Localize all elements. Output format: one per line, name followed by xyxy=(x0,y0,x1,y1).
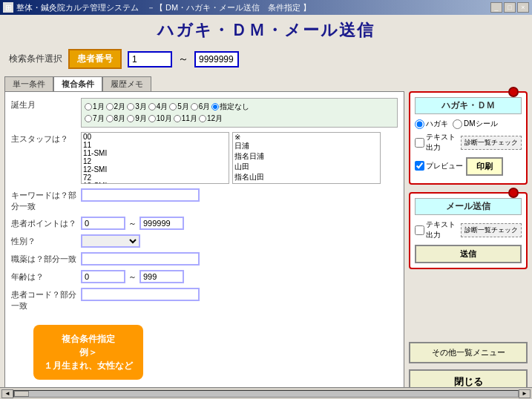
medicine-content xyxy=(81,252,398,266)
list-item[interactable]: ※ xyxy=(233,133,380,141)
staff-name-list[interactable]: ※ 日浦 指名日浦 山田 指名山田 茂木 指名茂木 元岡 xyxy=(232,132,381,184)
age-tilde: ～ xyxy=(128,271,137,283)
patient-code-row: 患者コード？部分一致 xyxy=(11,288,398,311)
gender-label: 性別？ xyxy=(11,234,78,247)
radio-7month[interactable]: 7月 xyxy=(85,113,105,124)
birth-month-content: 1月 2月 3月 4月 5月 6月 指定なし 7月 8月 9月 10 xyxy=(81,98,398,128)
mail-pin xyxy=(508,188,519,198)
tab-complex[interactable]: 複合条件 xyxy=(53,76,102,91)
tab-history[interactable]: 履歴メモ xyxy=(102,76,151,91)
main-staff-label: 主スタッフは？ xyxy=(11,132,78,145)
window-controls: _ □ × xyxy=(490,2,529,13)
radio-2month[interactable]: 2月 xyxy=(106,102,126,112)
medicine-input[interactable] xyxy=(81,252,200,266)
medicine-row: 職薬は？部分一致 xyxy=(11,252,398,266)
radio-9month[interactable]: 9月 xyxy=(127,113,147,124)
search-from-input[interactable] xyxy=(128,51,172,67)
callout-line3: １月生まれ、女性など xyxy=(44,359,133,372)
maximize-btn[interactable]: □ xyxy=(504,2,516,13)
scrollbar-track[interactable] xyxy=(13,390,519,398)
diagnosis-check-btn[interactable]: 診断一覧チェック xyxy=(461,136,522,150)
page-title: ハガキ・ＤＭ・メール送信 xyxy=(4,19,528,42)
list-item[interactable]: 72 xyxy=(82,174,229,182)
minimize-btn[interactable]: _ xyxy=(490,2,502,13)
radio-dm-seal[interactable]: DMシール xyxy=(453,119,498,129)
radio-6month[interactable]: 6月 xyxy=(191,102,211,112)
radio-10month[interactable]: 10月 xyxy=(148,113,172,124)
hagaki-card-title: ハガキ・ＤＭ xyxy=(415,97,522,114)
other-menu-btn[interactable]: その他一覧メニュー xyxy=(409,342,528,363)
window-title: 整体・鍼灸院カルテ管理システム －【 DM・ハガキ・メール送信 条件指定 】 xyxy=(16,2,311,13)
preview-checkbox[interactable]: プレビュー xyxy=(415,161,463,171)
point-to-input[interactable] xyxy=(139,217,184,230)
hagaki-card: ハガキ・ＤＭ ハガキ DMシール テキスト出力 診断一覧チェック xyxy=(409,91,528,185)
patient-code-label: 患者コード？部分一致 xyxy=(11,288,78,311)
radio-4month[interactable]: 4月 xyxy=(148,102,168,112)
age-content: ～ xyxy=(81,270,398,283)
age-to-input[interactable] xyxy=(139,270,184,283)
gender-row: 性別？ 男 女 xyxy=(11,234,398,248)
tab-single[interactable]: 単一条件 xyxy=(4,76,53,91)
callout-box: 複合条件指定 例＞ １月生まれ、女性など xyxy=(33,325,143,380)
text-output-checkbox[interactable]: テキスト出力 xyxy=(415,132,458,153)
mail-card-title: メール送信 xyxy=(415,198,522,215)
list-item[interactable]: 指名日浦 xyxy=(233,151,380,162)
patient-number-button[interactable]: 患者番号 xyxy=(68,49,122,69)
title-icon: ⊞ xyxy=(3,2,13,13)
search-to-input[interactable] xyxy=(194,51,239,67)
callout-line1: 複合条件指定 xyxy=(44,332,133,346)
patient-code-content xyxy=(81,288,398,301)
search-bar: 検索条件選択 患者番号 ～ xyxy=(4,46,528,72)
radio-nospec[interactable]: 指定なし xyxy=(211,102,249,112)
point-tilde: ～ xyxy=(128,218,137,229)
title-bar: ⊞ 整体・鍼灸院カルテ管理システム －【 DM・ハガキ・メール送信 条件指定 】… xyxy=(0,0,532,15)
list-item[interactable]: 00 xyxy=(82,133,229,141)
list-item[interactable]: 日浦 xyxy=(233,141,380,151)
gender-content: 男 女 xyxy=(81,234,398,248)
callout-line2: 例＞ xyxy=(44,346,133,359)
list-item[interactable]: 12-SMI xyxy=(82,165,229,174)
mail-diagnosis-check-btn[interactable]: 診断一覧チェック xyxy=(461,223,522,237)
search-label: 検索条件選択 xyxy=(9,53,62,65)
gender-select[interactable]: 男 女 xyxy=(81,234,140,248)
hagaki-preview-row: プレビュー 印刷 xyxy=(415,156,522,176)
birth-month-label: 誕生月 xyxy=(11,98,78,111)
keyword-input[interactable] xyxy=(81,188,200,202)
list-item[interactable]: 指名山田 xyxy=(233,172,380,182)
staff-code-list[interactable]: 00 11 11-SMI 12 12-SMI 72 13-SMI 14 xyxy=(81,132,229,184)
point-from-input[interactable] xyxy=(81,217,125,230)
patient-point-content: ～ xyxy=(81,217,398,230)
left-panel: 誕生月 1月 2月 3月 4月 5月 6月 指定なし 7月 xyxy=(4,91,404,395)
list-item[interactable]: 13-SMI xyxy=(82,182,229,184)
radio-5month[interactable]: 5月 xyxy=(169,102,189,112)
radio-1month[interactable]: 1月 xyxy=(85,102,105,112)
age-from-input[interactable] xyxy=(81,270,125,283)
scroll-left-btn[interactable]: ◄ xyxy=(1,389,13,398)
send-btn[interactable]: 送信 xyxy=(415,245,522,263)
keyword-label: キーワードは？部分一致 xyxy=(11,188,78,212)
list-item[interactable]: 11 xyxy=(82,141,229,149)
radio-11month[interactable]: 11月 xyxy=(174,113,197,124)
scroll-right-btn[interactable]: ► xyxy=(519,389,531,398)
hagaki-text-output-row: テキスト出力 診断一覧チェック xyxy=(415,132,522,153)
radio-3month[interactable]: 3月 xyxy=(127,102,147,112)
mail-text-output-row: テキスト出力 診断一覧チェック xyxy=(415,220,522,240)
main-staff-row: 主スタッフは？ 00 11 11-SMI 12 12-SMI 72 13-SMI… xyxy=(11,132,398,184)
patient-point-row: 患者ポイントは？ ～ xyxy=(11,217,398,230)
mail-card: メール送信 テキスト出力 診断一覧チェック 送信 xyxy=(409,192,528,269)
list-item[interactable]: 山田 xyxy=(233,162,380,172)
scrollbar: ◄ ► xyxy=(0,387,532,399)
list-item[interactable]: 茂木 xyxy=(233,182,380,184)
close-btn-win[interactable]: × xyxy=(517,2,529,13)
patient-code-input[interactable] xyxy=(81,288,200,301)
radio-hagaki[interactable]: ハガキ xyxy=(415,119,448,129)
print-btn[interactable]: 印刷 xyxy=(466,157,503,176)
search-tilde: ～ xyxy=(178,53,188,66)
radio-12month[interactable]: 12月 xyxy=(199,113,223,124)
list-item[interactable]: 11-SMI xyxy=(82,149,229,157)
tab-bar: 単一条件 複合条件 履歴メモ xyxy=(4,76,528,91)
scrollbar-thumb[interactable] xyxy=(14,391,29,397)
mail-text-output-checkbox[interactable]: テキスト出力 xyxy=(415,220,458,240)
radio-8month[interactable]: 8月 xyxy=(106,113,126,124)
list-item[interactable]: 12 xyxy=(82,157,229,165)
